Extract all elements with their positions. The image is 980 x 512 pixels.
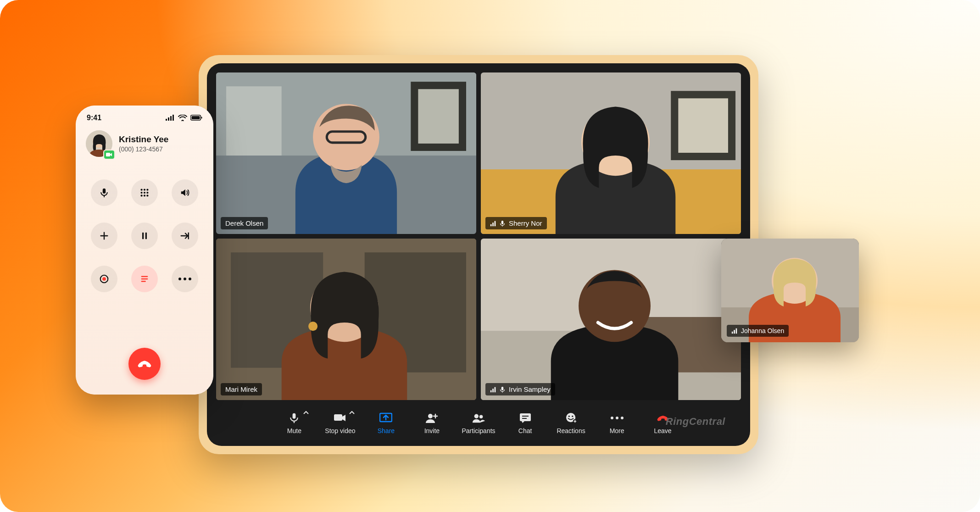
svg-point-66 xyxy=(144,189,145,190)
svg-rect-33 xyxy=(293,413,296,419)
svg-rect-84 xyxy=(141,281,146,282)
reactions-icon xyxy=(565,412,578,424)
hold-button[interactable] xyxy=(131,223,158,249)
record-button[interactable] xyxy=(91,266,117,292)
svg-point-37 xyxy=(428,414,433,418)
svg-point-38 xyxy=(474,414,479,418)
cell-signal-icon xyxy=(166,115,175,121)
participant-name: Derek Olsen xyxy=(225,219,263,227)
button-label: Stop video xyxy=(325,427,355,434)
invite-button[interactable]: Invite xyxy=(416,412,448,434)
brand-logo: RingCentral xyxy=(666,416,725,428)
share-button[interactable]: Share xyxy=(370,412,402,434)
call-controls xyxy=(84,176,205,295)
participant-name-pill: Mari Mirek xyxy=(221,383,262,395)
svg-rect-50 xyxy=(732,332,733,334)
button-label: Participants xyxy=(462,427,495,434)
button-label: Leave xyxy=(654,427,672,434)
mic-icon xyxy=(499,220,506,227)
battery-icon xyxy=(190,115,202,121)
chevron-up-icon[interactable] xyxy=(303,410,309,416)
invite-icon xyxy=(425,412,438,424)
more-button[interactable] xyxy=(172,266,198,292)
notes-button[interactable] xyxy=(131,266,158,292)
svg-rect-59 xyxy=(201,117,202,119)
caller-number: (000) 123-4567 xyxy=(119,145,168,153)
svg-point-70 xyxy=(146,192,148,194)
participant-name: Mari Mirek xyxy=(225,385,257,393)
participants-button[interactable]: Participants xyxy=(462,412,495,434)
phone-call-screen: 9:41 Kristine Yee xyxy=(76,106,213,395)
transfer-button[interactable] xyxy=(172,223,198,249)
svg-rect-58 xyxy=(192,116,200,119)
stop-video-button[interactable]: Stop video xyxy=(324,412,356,434)
button-label: Reactions xyxy=(557,427,585,434)
mute-button[interactable]: Mute xyxy=(278,412,310,434)
add-call-button[interactable] xyxy=(91,223,117,249)
svg-rect-2 xyxy=(226,86,282,156)
participant-name: Sherry Nor xyxy=(509,219,542,227)
button-label: Share xyxy=(378,427,395,434)
signal-icon xyxy=(490,386,496,393)
svg-rect-31 xyxy=(501,386,503,390)
svg-point-81 xyxy=(102,277,106,281)
reactions-button[interactable]: Reactions xyxy=(555,412,587,434)
svg-rect-55 xyxy=(170,116,172,121)
svg-rect-15 xyxy=(495,221,496,226)
svg-rect-51 xyxy=(734,330,735,334)
svg-point-72 xyxy=(144,195,145,196)
button-label: Mute xyxy=(287,427,301,434)
video-icon xyxy=(334,412,346,424)
svg-rect-4 xyxy=(418,89,459,144)
svg-rect-76 xyxy=(142,233,144,239)
chat-button[interactable]: Chat xyxy=(509,412,541,434)
tablet-device: Derek Olsen xyxy=(199,55,758,454)
video-badge-icon xyxy=(103,150,115,160)
more-button[interactable]: More xyxy=(601,412,633,434)
mic-icon xyxy=(499,386,506,393)
svg-point-73 xyxy=(146,195,148,196)
mute-button[interactable] xyxy=(91,179,117,206)
button-label: Invite xyxy=(424,427,440,434)
svg-point-44 xyxy=(568,416,569,417)
more-icon xyxy=(178,278,191,280)
phone-device: 9:41 Kristine Yee xyxy=(76,106,213,395)
chevron-up-icon[interactable] xyxy=(349,410,355,416)
wifi-icon xyxy=(178,115,187,121)
svg-rect-14 xyxy=(492,223,494,226)
participant-name-pill: Derek Olsen xyxy=(221,217,268,229)
chat-icon xyxy=(519,412,532,424)
participant-name-pill: Sherry Nor xyxy=(485,217,547,229)
video-tile: Derek Olsen xyxy=(216,72,476,234)
button-label: Chat xyxy=(518,427,532,434)
button-label: More xyxy=(610,427,624,434)
hangup-button[interactable] xyxy=(128,348,161,380)
self-name: Johanna Olsen xyxy=(741,327,784,334)
participant-name-pill: Irvin Sampley xyxy=(485,383,555,395)
svg-point-69 xyxy=(144,192,145,194)
svg-rect-62 xyxy=(106,153,110,156)
svg-rect-83 xyxy=(141,278,148,279)
promo-canvas: Derek Olsen xyxy=(0,0,980,512)
svg-point-71 xyxy=(140,195,142,196)
participant-name: Irvin Sampley xyxy=(509,385,551,393)
speaker-button[interactable] xyxy=(172,179,198,206)
caller-header: Kristine Yee (000) 123-4567 xyxy=(84,127,205,163)
svg-rect-77 xyxy=(145,233,147,239)
status-time: 9:41 xyxy=(87,114,101,122)
svg-rect-13 xyxy=(490,224,492,226)
svg-rect-35 xyxy=(334,414,342,421)
svg-point-65 xyxy=(140,189,142,190)
svg-rect-29 xyxy=(492,389,494,392)
svg-rect-82 xyxy=(141,276,148,277)
keypad-button[interactable] xyxy=(131,179,158,206)
svg-rect-54 xyxy=(168,117,169,121)
share-screen-icon xyxy=(379,412,392,424)
svg-rect-11 xyxy=(678,98,728,153)
video-tile: Sherry Nor xyxy=(481,72,741,234)
svg-point-68 xyxy=(140,192,142,194)
more-icon xyxy=(611,412,624,424)
video-grid: Derek Olsen xyxy=(216,72,741,400)
self-view-tile[interactable]: Johanna Olsen xyxy=(721,239,859,342)
svg-point-39 xyxy=(479,415,483,418)
